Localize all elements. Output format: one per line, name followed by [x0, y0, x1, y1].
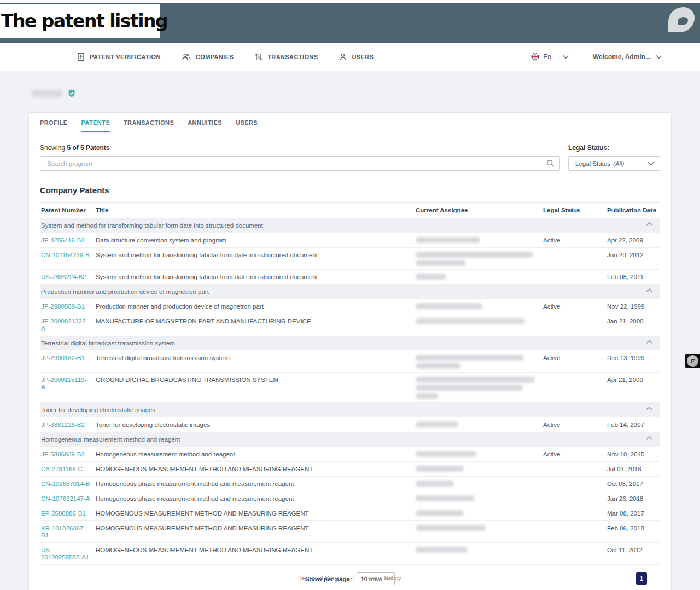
chevron-up-icon[interactable]: [645, 339, 654, 345]
patent-group-header[interactable]: Terrestrial digital broadcast transmissi…: [40, 336, 660, 351]
patent-number-link[interactable]: CN-102687014-B: [41, 481, 90, 487]
patent-group-header[interactable]: Toner for developing electrostatic image…: [40, 403, 660, 418]
publication-date-cell: Jun 20, 2012: [606, 248, 661, 269]
page-title-label: The patent listing: [0, 4, 160, 38]
legal-status-select[interactable]: Legal Status (All): [568, 156, 660, 171]
chevron-up-icon[interactable]: [645, 288, 654, 293]
chevron-down-icon: [563, 55, 569, 59]
patent-number-cell: EP-2508885-B1: [40, 506, 95, 520]
tab-transactions[interactable]: TRANSACTIONS: [124, 113, 174, 132]
patent-row: CN-102687014-BHomogeneous phase measurem…: [40, 477, 660, 491]
assignee-redacted-line: [416, 451, 477, 457]
group-title: System and method for transforming tabul…: [41, 222, 263, 229]
patent-number-link[interactable]: EP-2508885-B1: [41, 510, 86, 517]
legal-status-cell: [542, 506, 606, 520]
patent-title-cell: MANUFACTURE OF MAGNETRON PART AND MANUFA…: [95, 314, 415, 336]
patent-number-link[interactable]: CA-2781166-C: [41, 466, 83, 472]
company-heading: [31, 89, 75, 97]
assignee-cell: [415, 270, 542, 284]
tab-annuities[interactable]: ANNUITIES: [188, 113, 222, 132]
chevron-up-icon[interactable]: [645, 406, 654, 412]
footer-divider: |: [353, 574, 354, 582]
assignee-cell: [415, 521, 542, 542]
patent-number-link[interactable]: JP-4256416-B2: [41, 237, 85, 244]
table-body: System and method for transforming tabul…: [40, 218, 660, 565]
group-title: Homogeneous measurement method and reage…: [41, 436, 180, 443]
user-menu[interactable]: Welcome, Admin...: [593, 53, 662, 61]
patent-row: KR-101826367-B1HOMOGENOUS MEASUREMENT ME…: [40, 521, 660, 543]
uk-flag-icon: [531, 53, 539, 61]
verified-badge-icon: [68, 89, 75, 97]
patent-number-link[interactable]: CN-107632147-A: [41, 495, 90, 502]
nav-item-label: COMPANIES: [196, 54, 234, 60]
publication-date-cell: Feb 14, 2007: [606, 418, 661, 432]
section-heading: Company Patents: [40, 186, 660, 195]
patent-number-link[interactable]: JP-2000115119-A: [41, 377, 86, 390]
patent-number-link[interactable]: JP-5806939-B2: [41, 451, 85, 458]
footer-link-terms-of-service[interactable]: Terms of Service: [299, 575, 346, 581]
publication-date-cell: Mar 08, 2017: [606, 506, 661, 520]
legal-status-cell: Active: [542, 418, 606, 432]
results-count: Showing 5 of 5 Patents: [40, 144, 568, 152]
footer-link-privacy-policy[interactable]: Privacy Policy: [362, 575, 401, 581]
patent-row: JP-5806939-B2Homogeneous measurement met…: [40, 447, 660, 462]
legal-status-cell: [542, 248, 606, 269]
tab-profile[interactable]: PROFILE: [40, 113, 67, 132]
assignee-redacted-line: [416, 547, 468, 553]
assignee-redacted-line: [416, 385, 523, 391]
nav-item-companies[interactable]: COMPANIES: [182, 53, 234, 61]
patent-number-cell: JP-2000021322-A: [40, 314, 95, 336]
floating-widget[interactable]: F: [685, 354, 700, 368]
group-title: Toner for developing electrostatic image…: [41, 407, 155, 413]
patent-number-link[interactable]: CN-101154239-B: [41, 252, 90, 258]
nav-item-patent-verification[interactable]: PATENT VERIFICATION: [77, 53, 161, 61]
patent-number-link[interactable]: JP-2990182-B1: [41, 355, 85, 361]
publication-date-cell: Feb 06, 2018: [606, 521, 661, 542]
search-icon[interactable]: [546, 159, 555, 167]
chevron-up-icon[interactable]: [645, 436, 654, 441]
assignee-redacted-line: [416, 252, 533, 258]
legal-status-cell: [542, 543, 606, 564]
nav-item-transactions[interactable]: $TRANSACTIONS: [254, 53, 318, 61]
patent-number-link[interactable]: JP-2000021322-A: [41, 318, 88, 332]
patent-title-cell: Homogeneous measurement method and reage…: [95, 447, 415, 461]
assignee-redacted-line: [416, 363, 460, 369]
page: The patent listing PATENT VERIFICATIONCO…: [0, 0, 700, 590]
assignee-redacted-line: [416, 318, 525, 324]
tab-patents[interactable]: PATENTS: [81, 113, 110, 132]
search-box: [40, 156, 560, 171]
publication-date-cell: Nov 22, 1999: [606, 299, 661, 314]
language-selector[interactable]: En: [531, 53, 569, 61]
patent-row: CN-107632147-AHomogeneous phase measurem…: [40, 491, 660, 506]
legal-status-value: Legal Status: [575, 160, 610, 167]
nav-item-label: USERS: [352, 54, 374, 60]
patent-title-cell: System and method for transforming tabul…: [95, 270, 415, 284]
patent-number-link[interactable]: JP-3881226-B2: [41, 421, 85, 428]
legal-status-cell: [542, 491, 606, 506]
patent-group-header[interactable]: Homogeneous measurement method and reage…: [40, 432, 660, 447]
tabs: PROFILEPATENTSTRANSACTIONSANNUITIESUSERS: [29, 113, 671, 132]
patent-number-link[interactable]: KR-101826367-B1: [41, 525, 85, 539]
search-input[interactable]: [40, 156, 560, 171]
page-title: The patent listing: [1, 10, 167, 32]
assignee-redacted-line: [416, 466, 464, 472]
patent-number-link[interactable]: JP-2980589-B1: [41, 303, 85, 310]
patent-group-header[interactable]: Production manner and production device …: [40, 285, 660, 299]
nav-item-users[interactable]: USERS: [339, 53, 374, 61]
patent-number-link[interactable]: US-20120258552-A1: [41, 547, 89, 560]
col-publication-date: Publication Date: [606, 203, 661, 218]
patent-number-link[interactable]: US-7886224-B2: [41, 274, 86, 280]
user-menu-label: Welcome, Admin...: [593, 53, 651, 61]
publication-date-cell: Nov 10, 2015: [606, 447, 661, 461]
patent-row: CA-2781166-CHOMOGENEOUS MEASUREMENT METH…: [40, 462, 660, 477]
publication-date-cell: Dec 13, 1999: [606, 351, 661, 372]
patent-number-cell: JP-4256416-B2: [40, 233, 95, 247]
patent-group-header[interactable]: System and method for transforming tabul…: [40, 218, 660, 233]
assignee-cell: [415, 248, 542, 269]
patent-row: JP-4256416-B2Data structure conversion s…: [40, 233, 660, 248]
tab-users[interactable]: USERS: [236, 113, 258, 132]
patent-row: CN-101154239-BSystem and method for tran…: [40, 248, 660, 270]
assignee-cell: [415, 506, 542, 520]
chevron-up-icon[interactable]: [645, 222, 654, 227]
legal-status-cell: [542, 373, 606, 402]
